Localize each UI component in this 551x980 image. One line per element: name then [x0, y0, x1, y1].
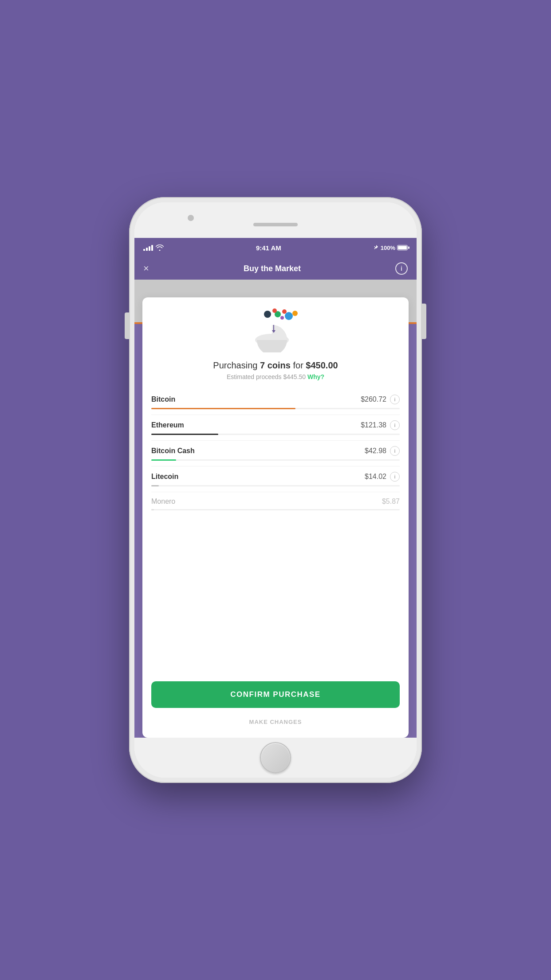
coin-bar-track	[151, 408, 400, 409]
coin-info-button[interactable]: i	[390, 446, 400, 456]
coin-item: Litecoin $14.02 i	[151, 466, 400, 492]
coin-item: Monero $5.87	[151, 492, 400, 516]
purchase-coins: 7 coins	[260, 360, 291, 370]
coin-name: Monero	[151, 498, 175, 506]
coin-item: Bitcoin $260.72 i	[151, 389, 400, 415]
close-button[interactable]: ×	[143, 263, 149, 274]
make-changes-button[interactable]: MAKE CHANGES	[151, 715, 400, 729]
coin-bar-track	[151, 459, 400, 461]
status-bar: 9:41 AM 100%	[134, 238, 417, 257]
svg-point-8	[292, 311, 298, 316]
coin-bar-fill	[151, 408, 295, 409]
coin-name: Bitcoin Cash	[151, 447, 195, 455]
proceeds-prefix: Estimated proceeds	[227, 373, 283, 380]
svg-point-6	[282, 309, 287, 314]
coin-bar-fill	[151, 459, 176, 461]
main-card: Purchasing 7 coins for $450.00 Estimated…	[142, 297, 409, 738]
purchase-prefix: Purchasing	[213, 360, 260, 370]
purchase-summary: Purchasing 7 coins for $450.00 Estimated…	[151, 360, 400, 380]
svg-point-9	[280, 316, 284, 320]
coin-amount: $260.72	[361, 395, 386, 403]
coin-name: Ethereum	[151, 421, 184, 429]
coin-amount: $14.02	[365, 473, 386, 481]
purchase-for: for	[291, 360, 306, 370]
svg-point-7	[285, 312, 293, 320]
coin-item: Bitcoin Cash $42.98 i	[151, 441, 400, 466]
svg-point-10	[272, 308, 277, 313]
screen: 9:41 AM 100% × Buy the Mark	[134, 238, 417, 738]
why-link[interactable]: Why?	[307, 373, 324, 380]
battery-percentage: 100%	[381, 245, 395, 251]
proceeds-amount: $445.50	[283, 373, 306, 380]
coin-amount: $5.87	[382, 498, 400, 506]
coin-info-button[interactable]: i	[390, 395, 400, 404]
confirm-purchase-button[interactable]: CONFIRM PURCHASE	[151, 681, 400, 708]
coin-row: Litecoin $14.02 i	[151, 472, 400, 482]
purchase-line1: Purchasing 7 coins for $450.00	[151, 360, 400, 371]
coin-name: Litecoin	[151, 473, 178, 481]
page-title: Buy the Market	[244, 264, 301, 273]
svg-point-11	[264, 311, 271, 318]
coin-info-button[interactable]: i	[390, 472, 400, 482]
coin-bar-fill	[151, 434, 218, 435]
status-time: 9:41 AM	[256, 244, 281, 252]
coin-bar-fill	[151, 509, 154, 510]
screen-content: Purchasing 7 coins for $450.00 Estimated…	[134, 280, 417, 738]
battery-icon	[397, 245, 408, 250]
coin-bar-fill	[151, 485, 159, 486]
phone-top-bar	[134, 202, 417, 238]
purchase-total: $450.00	[306, 360, 338, 370]
phone-inner: 9:41 AM 100% × Buy the Mark	[134, 202, 417, 778]
status-right: 100%	[374, 244, 408, 251]
coin-name: Bitcoin	[151, 395, 175, 403]
camera-circle	[188, 215, 194, 221]
coin-item: Ethereum $121.38 i	[151, 415, 400, 441]
signal-bars-icon	[143, 245, 153, 251]
info-button[interactable]: i	[395, 262, 408, 275]
speaker-bar	[253, 223, 298, 226]
nav-bar: × Buy the Market i	[134, 257, 417, 280]
status-left	[143, 245, 164, 251]
wifi-icon	[156, 245, 164, 251]
coin-list: Bitcoin $260.72 i Ethereum $121.38 i	[151, 389, 400, 674]
buttons-area: CONFIRM PURCHASE MAKE CHANGES	[151, 681, 400, 729]
purchase-line2: Estimated proceeds $445.50 Why?	[151, 373, 400, 380]
coin-info-button[interactable]: i	[390, 420, 400, 430]
coin-bar-track	[151, 509, 400, 510]
chart-container	[151, 308, 400, 352]
pie-chart-illustration	[249, 308, 302, 352]
coin-row: Ethereum $121.38 i	[151, 420, 400, 430]
coin-bar-track	[151, 434, 400, 435]
battery-fill	[398, 246, 407, 249]
coin-row: Monero $5.87	[151, 498, 400, 506]
phone-frame: 9:41 AM 100% × Buy the Mark	[129, 197, 422, 783]
coin-row: Bitcoin $260.72 i	[151, 395, 400, 404]
phone-bottom	[134, 738, 417, 778]
coin-row: Bitcoin Cash $42.98 i	[151, 446, 400, 456]
coin-bar-track	[151, 485, 400, 486]
home-button[interactable]	[260, 742, 291, 773]
coin-amount: $121.38	[361, 421, 386, 429]
bluetooth-icon	[374, 244, 379, 251]
coin-amount: $42.98	[365, 447, 386, 455]
